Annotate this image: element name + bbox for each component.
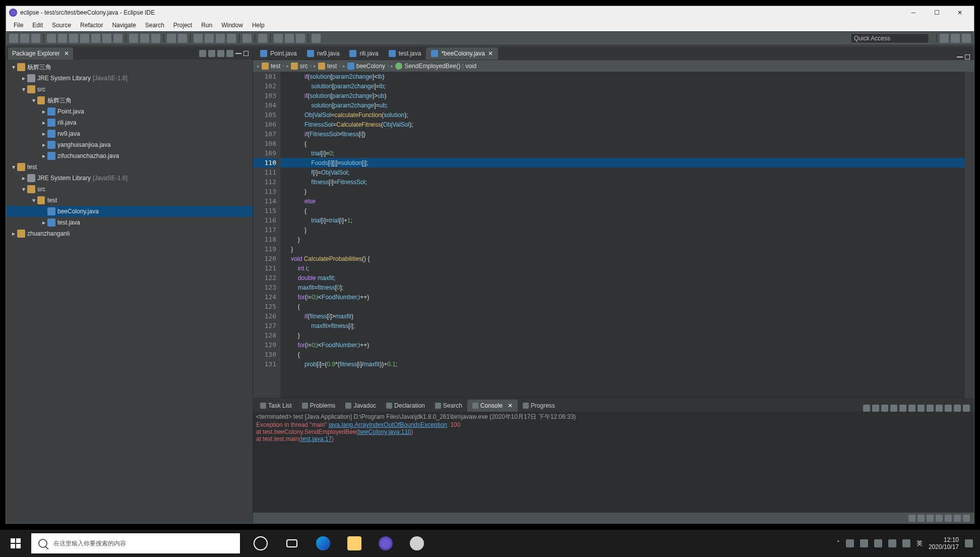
fwd-icon[interactable] [296,34,305,43]
newpkg-icon[interactable] [167,34,176,43]
tool-icon[interactable] [58,34,67,43]
menu-navigate[interactable]: Navigate [107,20,140,30]
breadcrumb-segment[interactable]: test [271,63,280,70]
status-icon[interactable] [917,515,925,522]
saveall-icon[interactable] [31,34,40,43]
menu-edit[interactable]: Edit [28,20,47,30]
menu-run[interactable]: Run [197,20,217,30]
tree-node[interactable]: ▸JRE System Library[JavaSE-1.8] [6,173,253,184]
exception-link[interactable]: java.lang.ArrayIndexOutOfBoundsException [329,421,447,428]
tree-node[interactable]: ▸rw9.java [6,128,253,139]
explorer-icon[interactable] [339,530,370,557]
tray-icon[interactable] [846,539,854,547]
menu-search[interactable]: Search [141,20,169,30]
console-toolbar-icon[interactable] [963,405,970,412]
breadcrumb-segment[interactable]: beeColony [356,63,385,70]
bottom-tab-progress[interactable]: Progress [518,400,560,412]
open-icon[interactable] [205,34,214,43]
console-toolbar-icon[interactable] [917,405,925,412]
tree-node[interactable]: beeColony.java [6,206,253,217]
minimize-view-icon[interactable] [957,57,963,58]
tool-icon[interactable] [91,34,100,43]
newclass-icon[interactable] [178,34,187,43]
bottom-tab-javadoc[interactable]: Javadoc [340,400,381,412]
console-toolbar-icon[interactable] [890,405,897,412]
tree-node[interactable]: ▸Point.java [6,106,253,117]
menu-window[interactable]: Window [217,20,248,30]
start-button[interactable] [0,530,31,557]
pin-icon[interactable] [312,34,321,43]
filter-icon[interactable] [217,50,224,57]
tree-node[interactable]: ▾杨辉三角 [6,62,253,73]
coverage-icon[interactable] [151,34,160,43]
minimize-view-icon[interactable] [235,53,241,54]
console-toolbar-icon[interactable] [945,405,952,412]
edge-icon[interactable] [308,530,339,557]
console-toolbar-icon[interactable] [863,405,870,412]
editor-tab[interactable]: *beeColony.java✕ [426,47,498,60]
tree-node[interactable]: ▾src [6,84,253,95]
bottom-tab-declaration[interactable]: Declaration [381,400,430,412]
editor-tab[interactable]: test.java [384,47,426,60]
status-icon[interactable] [927,515,934,522]
tool-icon[interactable] [113,34,122,43]
bottom-tab-task-list[interactable]: Task List [255,400,297,412]
console-toolbar-icon[interactable] [927,405,934,412]
maximize-view-icon[interactable] [243,51,249,56]
tool-icon[interactable] [80,34,89,43]
menu-refactor[interactable]: Refactor [76,20,107,30]
debug-perspective-icon[interactable] [962,34,971,43]
quick-access[interactable]: Quick Access [850,33,929,43]
tree-node[interactable]: ▸zifuchuanchazhao.java [6,150,253,161]
breadcrumb-segment[interactable]: SendEmployedBee() : void [404,63,476,70]
status-icon[interactable] [936,515,943,522]
menu-project[interactable]: Project [169,20,197,30]
close-icon[interactable]: ✕ [488,50,493,57]
run-icon[interactable] [140,34,149,43]
new-icon[interactable] [9,34,18,43]
bottom-tab-search[interactable]: Search [430,400,467,412]
eclipse-taskbar-icon[interactable] [370,530,401,557]
save-icon[interactable] [20,34,29,43]
console-toolbar-icon[interactable] [881,405,888,412]
nav-icon[interactable] [242,34,252,43]
app-icon[interactable] [401,530,433,557]
close-icon[interactable]: ✕ [64,50,69,57]
open-icon[interactable] [227,34,236,43]
tray-chevron-icon[interactable]: ˄ [837,540,840,547]
stack-link[interactable]: beeColony.java:110 [358,428,411,435]
volume-icon[interactable] [902,539,910,547]
nav-icon[interactable] [258,34,267,43]
java-perspective-icon[interactable] [951,34,960,43]
tree-node[interactable]: ▸zhuanzhanganli [6,228,253,239]
console-toolbar-icon[interactable] [899,405,906,412]
tree-node[interactable]: ▾test [6,195,253,206]
console-toolbar-icon[interactable] [872,405,879,412]
package-explorer-tab[interactable]: Package Explorer ✕ [8,47,73,60]
link-icon[interactable] [208,50,215,57]
fwd-icon[interactable] [285,34,294,43]
debug-icon[interactable] [129,34,138,43]
minimize-button[interactable]: ─ [902,7,925,19]
menu-file[interactable]: File [9,20,28,30]
menu-source[interactable]: Source [47,20,76,30]
tree-node[interactable]: ▸test.java [6,217,253,228]
close-icon[interactable]: ✕ [508,402,513,409]
editor-tab[interactable]: Point.java [255,47,302,60]
status-icon[interactable] [945,515,952,522]
status-icon[interactable] [954,515,961,522]
status-icon[interactable] [963,515,970,522]
bottom-tab-console[interactable]: Console✕ [467,400,518,412]
tree-node[interactable]: ▸rili.java [6,117,253,128]
tree-node[interactable]: ▾杨辉三角 [6,95,253,106]
perspective-icon[interactable] [940,34,949,43]
breadcrumb-segment[interactable]: test [327,63,337,70]
build-icon[interactable] [47,34,56,43]
viewmenu-icon[interactable] [226,50,233,57]
maximize-button[interactable]: ☐ [926,7,948,19]
tool-icon[interactable] [102,34,111,43]
wifi-icon[interactable] [888,539,896,547]
open-icon[interactable] [216,34,225,43]
stack-link[interactable]: test.java:17 [301,435,332,442]
tree-node[interactable]: ▸yanghuisanjioa.java [6,139,253,150]
